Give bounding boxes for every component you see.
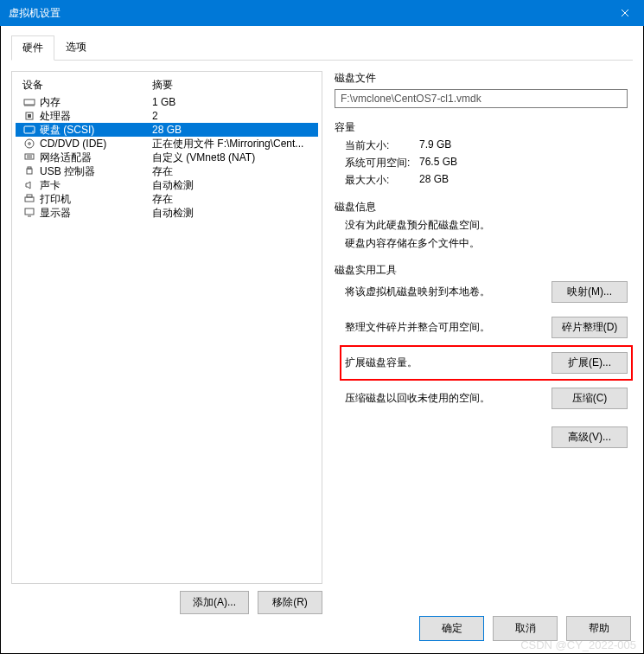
- cancel-button[interactable]: 取消: [493, 616, 558, 641]
- list-item-disk[interactable]: 硬盘 (SCSI) 28 GB: [16, 123, 318, 137]
- list-item-network[interactable]: 网络适配器 自定义 (VMnet8 (NAT): [16, 151, 318, 164]
- tab-hardware[interactable]: 硬件: [11, 35, 54, 61]
- capacity-title: 容量: [335, 120, 628, 135]
- device-summary: 1 GB: [152, 96, 311, 108]
- svg-rect-11: [27, 195, 32, 197]
- svg-point-6: [29, 143, 31, 145]
- device-name: 声卡: [40, 178, 152, 193]
- svg-point-5: [25, 139, 34, 148]
- tool-map-row: 将该虚拟机磁盘映射到本地卷。 映射(M)...: [345, 281, 628, 303]
- column-summary: 摘要: [152, 78, 311, 93]
- disk-icon: [22, 124, 36, 136]
- tool-expand-desc: 扩展磁盘容量。: [345, 356, 546, 370]
- capacity-free: 系统可用空间: 76.5 GB: [345, 156, 628, 170]
- advanced-button[interactable]: 高级(V)...: [552, 426, 628, 448]
- column-device: 设备: [22, 78, 152, 93]
- device-summary: 自动检测: [152, 178, 311, 193]
- printer-icon: [22, 193, 36, 205]
- map-button[interactable]: 映射(M)...: [552, 281, 628, 303]
- device-name: 显示器: [40, 206, 152, 221]
- window-title: 虚拟机设置: [9, 6, 605, 21]
- capacity-current-label: 当前大小:: [345, 138, 419, 153]
- tool-compact-desc: 压缩磁盘以回收未使用的空间。: [345, 391, 546, 406]
- list-item-sound[interactable]: 声卡 自动检测: [16, 178, 318, 192]
- device-name: 处理器: [40, 109, 152, 124]
- left-panel: 设备 摘要 内存 1 GB 处理器 2 硬盘 (SCSI) 28 GB: [11, 71, 322, 614]
- tab-options[interactable]: 选项: [54, 35, 98, 60]
- list-item-display[interactable]: 显示器 自动检测: [16, 206, 318, 220]
- disk-path-field[interactable]: [335, 89, 628, 108]
- list-item-cpu[interactable]: 处理器 2: [16, 109, 318, 123]
- right-panel: 磁盘文件 容量 当前大小: 7.9 GB 系统可用空间: 76.5 GB 最大大…: [329, 71, 633, 614]
- defrag-button[interactable]: 碎片整理(D): [552, 317, 628, 338]
- tool-compact-row: 压缩磁盘以回收未使用的空间。 压缩(C): [345, 388, 628, 409]
- tool-defrag-row: 整理文件碎片并整合可用空间。 碎片整理(D): [345, 317, 628, 338]
- disk-file-title: 磁盘文件: [335, 71, 628, 86]
- ok-button[interactable]: 确定: [419, 616, 484, 641]
- capacity-free-value: 76.5 GB: [419, 156, 457, 170]
- svg-rect-8: [27, 169, 32, 174]
- cpu-icon: [22, 110, 36, 122]
- usb-icon: [22, 165, 36, 177]
- device-summary: 存在: [152, 164, 311, 179]
- capacity-max-label: 最大大小:: [345, 173, 419, 188]
- advanced-row: 高级(V)...: [345, 426, 628, 448]
- capacity-free-label: 系统可用空间:: [345, 156, 419, 170]
- device-name: 硬盘 (SCSI): [40, 123, 152, 138]
- capacity-section: 容量 当前大小: 7.9 GB 系统可用空间: 76.5 GB 最大大小: 28…: [335, 120, 628, 188]
- svg-rect-12: [25, 208, 34, 215]
- device-list: 设备 摘要 内存 1 GB 处理器 2 硬盘 (SCSI) 28 GB: [11, 71, 322, 584]
- capacity-current: 当前大小: 7.9 GB: [345, 138, 628, 153]
- list-item-cddvd[interactable]: CD/DVD (IDE) 正在使用文件 F:\Mirroring\Cent...: [16, 137, 318, 151]
- list-header: 设备 摘要: [16, 75, 318, 95]
- device-name: 打印机: [40, 192, 152, 207]
- expand-button[interactable]: 扩展(E)...: [552, 352, 628, 374]
- disk-file-section: 磁盘文件: [335, 71, 628, 108]
- device-summary: 2: [152, 110, 311, 122]
- device-summary: 正在使用文件 F:\Mirroring\Cent...: [152, 137, 311, 151]
- capacity-max: 最大大小: 28 GB: [345, 173, 628, 188]
- memory-icon: [22, 96, 36, 108]
- disk-info-line2: 硬盘内容存储在多个文件中。: [345, 236, 628, 251]
- disk-info-section: 磁盘信息 没有为此硬盘预分配磁盘空间。 硬盘内容存储在多个文件中。: [335, 200, 628, 251]
- tool-defrag-desc: 整理文件碎片并整合可用空间。: [345, 320, 546, 335]
- remove-button[interactable]: 移除(R): [258, 591, 322, 614]
- svg-rect-7: [25, 154, 34, 159]
- tab-body: 设备 摘要 内存 1 GB 处理器 2 硬盘 (SCSI) 28 GB: [11, 61, 633, 614]
- tab-strip: 硬件 选项: [11, 35, 633, 61]
- compact-button[interactable]: 压缩(C): [552, 388, 628, 409]
- list-item-usb[interactable]: USB 控制器 存在: [16, 164, 318, 178]
- device-name: 内存: [40, 95, 152, 110]
- list-item-memory[interactable]: 内存 1 GB: [16, 95, 318, 109]
- capacity-current-value: 7.9 GB: [419, 138, 451, 153]
- device-summary: 自定义 (VMnet8 (NAT): [152, 151, 311, 165]
- footer-buttons: 确定 取消 帮助: [419, 616, 631, 641]
- close-icon: [621, 9, 629, 17]
- svg-rect-10: [25, 197, 34, 202]
- add-button[interactable]: 添加(A)...: [180, 591, 249, 614]
- list-item-printer[interactable]: 打印机 存在: [16, 192, 318, 206]
- left-button-row: 添加(A)... 移除(R): [11, 591, 322, 614]
- tools-title: 磁盘实用工具: [335, 263, 628, 278]
- close-button[interactable]: [605, 0, 644, 26]
- svg-rect-0: [24, 99, 35, 105]
- svg-rect-3: [24, 126, 35, 133]
- disc-icon: [22, 138, 36, 150]
- svg-rect-2: [28, 114, 31, 118]
- device-name: CD/DVD (IDE): [40, 138, 152, 150]
- help-button[interactable]: 帮助: [566, 616, 631, 641]
- titlebar: 虚拟机设置: [0, 0, 644, 26]
- network-icon: [22, 151, 36, 164]
- speaker-icon: [22, 179, 36, 191]
- svg-rect-9: [28, 167, 31, 169]
- monitor-icon: [22, 207, 36, 219]
- tool-expand-row: 扩展磁盘容量。 扩展(E)...: [345, 352, 628, 374]
- device-summary: 存在: [152, 192, 311, 207]
- device-name: USB 控制器: [40, 164, 152, 179]
- dialog-content: 硬件 选项 设备 摘要 内存 1 GB 处理器 2: [0, 26, 644, 654]
- watermark: CSDN @CY_2022-005: [520, 638, 636, 651]
- tools-section: 磁盘实用工具 将该虚拟机磁盘映射到本地卷。 映射(M)... 整理文件碎片并整合…: [335, 263, 628, 448]
- expand-highlight: 扩展磁盘容量。 扩展(E)...: [340, 345, 633, 381]
- disk-info-title: 磁盘信息: [335, 200, 628, 215]
- capacity-max-value: 28 GB: [419, 173, 449, 188]
